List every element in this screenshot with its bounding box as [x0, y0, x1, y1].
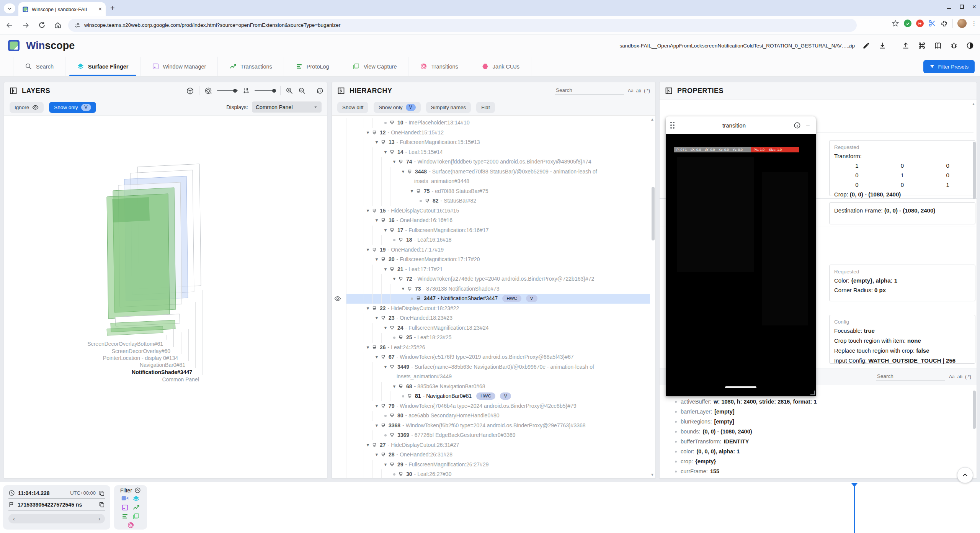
chevron-down-icon[interactable]: ▼: [372, 450, 381, 460]
tree-row[interactable]: ▼12- OneHanded:15:15#12: [346, 128, 650, 138]
tree-row[interactable]: 80- ace6abb SecondaryHomeHandle0#80: [346, 411, 650, 421]
copy-icon[interactable]: [99, 502, 105, 508]
chevron-down-icon[interactable]: ▼: [381, 362, 390, 372]
chevron-down-icon[interactable]: ▼: [390, 157, 399, 167]
transition-window[interactable]: transition _ P: 0 / 1dX: 0.0dY: 0.0Xv: 0…: [666, 116, 816, 396]
tree-row[interactable]: ▼28- OneHanded:26:31#28: [346, 450, 650, 460]
property-item[interactable]: currFrame:155: [675, 466, 977, 476]
layer-3d-label[interactable]: Common Panel: [162, 376, 199, 383]
hierarchy-scrollbar[interactable]: [652, 187, 655, 240]
pin-icon[interactable]: [407, 284, 414, 291]
pin-icon[interactable]: [381, 255, 388, 262]
chart-icon[interactable]: [132, 504, 140, 511]
chevron-down-icon[interactable]: ▼: [372, 401, 381, 411]
ignore-chip[interactable]: Ignore: [10, 102, 44, 113]
reset-view-icon[interactable]: [316, 87, 324, 95]
layer-3d-label[interactable]: ScreenDecorOverlay#60: [112, 348, 171, 354]
bug-icon[interactable]: [949, 41, 959, 50]
current-time-ns[interactable]: 1715339054227572545 ns: [18, 502, 96, 508]
chevron-down-icon[interactable]: ▼: [381, 323, 390, 333]
pin-icon[interactable]: [416, 294, 423, 301]
pin-icon[interactable]: [372, 245, 379, 252]
chevron-down-icon[interactable]: ▼: [381, 226, 390, 235]
layer-3d-label[interactable]: PointerLocation - display 0#134: [103, 355, 178, 361]
new-tab-button[interactable]: +: [110, 4, 115, 13]
chevron-down-icon[interactable]: ▼: [381, 460, 390, 470]
property-item[interactable]: barrierLayer:[empty]: [675, 407, 977, 417]
property-item[interactable]: bufferTransform:IDENTITY: [675, 437, 977, 446]
match-case-icon[interactable]: Aa: [949, 374, 955, 379]
tree-row[interactable]: ▼73- 8736138 NotificationShade#73: [346, 284, 650, 294]
pin-icon[interactable]: [381, 313, 388, 320]
chevron-down-icon[interactable]: ▼: [364, 304, 372, 314]
tree-row[interactable]: 18- Leaf:16:16#18: [346, 235, 650, 245]
home-icon[interactable]: [51, 19, 64, 32]
layer-3d-label[interactable]: NavigationBar0#81: [140, 362, 185, 368]
tab-window-manager[interactable]: Window Manager: [140, 57, 218, 76]
tab-search[interactable]: Search: [13, 57, 65, 76]
pin-icon[interactable]: [399, 157, 405, 164]
rotate-3d-icon[interactable]: [204, 87, 212, 95]
chevron-down-icon[interactable]: ▼: [390, 274, 399, 284]
pin-icon[interactable]: [381, 421, 388, 428]
transition-window-titlebar[interactable]: transition _: [666, 116, 816, 134]
show-only-chip[interactable]: Show onlyV: [49, 102, 96, 113]
info-icon[interactable]: [794, 122, 801, 129]
pin-icon[interactable]: [399, 469, 405, 476]
tree-row[interactable]: ▼21- Leaf:17:17#21: [346, 265, 650, 275]
pin-icon[interactable]: [381, 352, 388, 359]
match-case-icon[interactable]: Aa: [628, 88, 634, 93]
tab-jank-cujs[interactable]: Jank CUJs: [470, 57, 531, 76]
pin-icon[interactable]: [399, 274, 405, 281]
tree-row[interactable]: 3369- 67726bf EdgeBackGestureHandler0#33…: [346, 430, 650, 440]
prev-entry-icon[interactable]: ‹: [13, 516, 15, 522]
pin-icon[interactable]: [372, 128, 379, 135]
panel-collapse-icon[interactable]: [337, 87, 345, 95]
displays-select[interactable]: Common Panel: [252, 101, 322, 113]
curr-scrollbar[interactable]: [973, 391, 976, 429]
scroll-up-icon[interactable]: ▲: [972, 102, 975, 106]
extension-check-icon[interactable]: [904, 20, 911, 27]
window-icon[interactable]: [121, 504, 129, 511]
layers-3d-canvas[interactable]: ScreenDecorOverlayBottom#61ScreenDecorOv…: [4, 115, 327, 478]
upload-icon[interactable]: [901, 41, 910, 50]
back-icon[interactable]: [3, 19, 16, 32]
spacing-icon[interactable]: [243, 87, 250, 94]
tree-row[interactable]: ▼16- OneHanded:16:16#16: [346, 216, 650, 226]
shortcuts-icon[interactable]: [917, 41, 926, 50]
tab-close-icon[interactable]: ×: [98, 6, 102, 12]
edit-icon[interactable]: [862, 41, 871, 50]
pin-icon[interactable]: [372, 206, 379, 213]
chevron-down-icon[interactable]: ▼: [372, 137, 381, 147]
pin-icon[interactable]: [390, 323, 397, 330]
tree-row[interactable]: 25- Leaf:18:23#25: [346, 333, 650, 343]
visibility-icon[interactable]: [334, 295, 341, 302]
pin-icon[interactable]: [390, 118, 397, 125]
extension-ff-icon[interactable]: [916, 20, 924, 27]
forward-icon[interactable]: [19, 19, 32, 32]
zoom-out-icon[interactable]: [298, 87, 306, 95]
pin-icon[interactable]: [390, 411, 397, 418]
chevron-down-icon[interactable]: ▼: [372, 255, 381, 265]
tree-row[interactable]: ▼3448- Surface(name=ed70f88 StatusBar)/@…: [346, 167, 650, 186]
tree-row[interactable]: 30- Leaf:26:27#30: [346, 469, 650, 478]
show-only-chip[interactable]: Show onlyV: [374, 102, 420, 113]
tree-row[interactable]: ▼3449- Surface(name=885b63e NavigationBa…: [346, 362, 650, 382]
pin-icon[interactable]: [390, 265, 397, 271]
tree-row[interactable]: ▼74- WindowToken{fdddbe6 type=2000 andro…: [346, 157, 650, 167]
pin-icon[interactable]: [390, 460, 397, 467]
cube-icon[interactable]: [186, 87, 194, 95]
tree-row[interactable]: ▼3368- WindowToken{f6b2f60 type=2024 and…: [346, 421, 650, 431]
panel-collapse-icon[interactable]: [10, 87, 17, 95]
pin-icon[interactable]: [372, 440, 379, 447]
browser-tab[interactable]: Winscope | sandbox-FAIL ×: [18, 2, 106, 16]
tab-surface-flinger[interactable]: Surface Flinger: [65, 57, 140, 76]
pin-icon[interactable]: [372, 304, 379, 311]
pin-icon[interactable]: [381, 216, 388, 222]
next-entry-icon[interactable]: ›: [98, 516, 100, 522]
tree-row[interactable]: 3447- NotificationShade#3447HWCV: [346, 294, 650, 304]
window-close-icon[interactable]: ×: [972, 5, 976, 9]
property-item[interactable]: activeBuffer:w: 1080, h: 2400, stride: 2…: [675, 397, 977, 407]
properties-search-input[interactable]: [876, 373, 945, 381]
pin-icon[interactable]: [381, 401, 388, 408]
